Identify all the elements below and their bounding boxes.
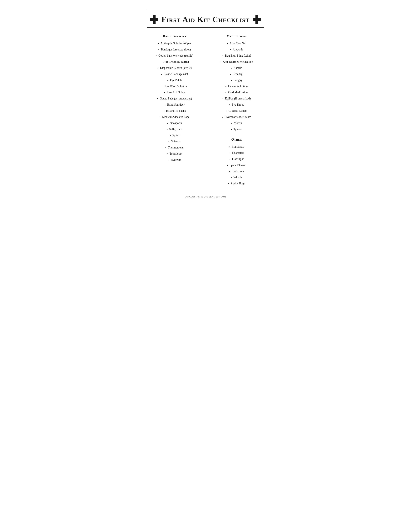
other-list: •Bug Spray•Chapstick•Flashlight•Space Bl… <box>209 145 264 186</box>
list-item: •Elastic Bandage (3") <box>147 72 202 76</box>
bullet-icon: • <box>222 115 223 119</box>
item-label: Antiseptic Solution/Wipes <box>160 41 191 46</box>
page-title: First Aid Kit Checklist <box>161 15 250 24</box>
item-label: Bandages (assorted sizes) <box>161 48 191 52</box>
bullet-icon: • <box>157 96 158 101</box>
list-item: •Cold Medication <box>209 90 264 95</box>
item-label: Eye Drops <box>232 103 244 107</box>
bullet-icon: • <box>230 72 231 76</box>
item-label: Tourniquet <box>169 152 182 156</box>
bottom-divider <box>147 27 264 28</box>
bullet-icon: • <box>164 103 166 107</box>
item-label: Ziploc Bags <box>231 181 245 186</box>
item-label: Eye Patch <box>170 78 182 82</box>
item-label: Scissors <box>171 139 181 143</box>
item-label: EpiPen (if prescribed) <box>225 96 251 101</box>
basic-supplies-heading: Basic Supplies <box>147 34 202 38</box>
list-item: •Tylenol <box>209 127 264 132</box>
bullet-icon: • <box>226 109 227 113</box>
bullet-icon: • <box>167 127 168 132</box>
list-item: •Space Blanket <box>209 163 264 168</box>
bullet-icon: • <box>231 127 232 132</box>
list-item: •Gauze Pads (assorted sizes) <box>147 96 202 101</box>
item-label: Tylenol <box>234 127 243 131</box>
bullet-icon: • <box>229 157 231 162</box>
list-item: •Bug Bite/ Sting Relief <box>209 54 264 58</box>
list-item: •Anti-Diarrhea Medication <box>209 60 264 64</box>
list-item: •Bug Spray <box>209 145 264 149</box>
list-item: •Ziploc Bags <box>209 181 264 186</box>
bullet-icon: • <box>228 181 229 186</box>
item-label: Tweezers <box>170 158 181 162</box>
bullet-icon: • <box>231 66 232 70</box>
bullet-icon: • <box>167 152 168 156</box>
list-item: •Hydrocortisone Cream <box>209 115 264 119</box>
item-label: Aspirin <box>234 66 242 70</box>
basic-supplies-list: •Antiseptic Solution/Wipes•Bandages (ass… <box>147 41 202 162</box>
item-label: Benadryl <box>233 72 243 76</box>
list-item: •Thermometer <box>147 146 202 150</box>
item-label: Calamine Lotion <box>228 84 248 88</box>
bullet-icon: • <box>169 133 171 138</box>
bullet-icon: • <box>229 103 230 107</box>
bullet-icon: • <box>168 139 169 144</box>
list-item: •Neosporin <box>147 121 202 126</box>
item-label: Anti-Diarrhea Medication <box>223 60 253 64</box>
bullet-icon: • <box>230 48 231 52</box>
bullet-icon: • <box>225 84 226 89</box>
bullet-icon: • <box>229 151 231 155</box>
bullet-icon: • <box>231 78 232 83</box>
item-label: Sunscreen <box>232 169 244 173</box>
item-label: Eye Wash Solution <box>165 84 187 88</box>
bullet-icon: • <box>220 60 221 64</box>
item-label: Aloe Vera Gel <box>230 41 246 46</box>
item-label: Thermometer <box>168 146 184 150</box>
bullet-icon: • <box>167 121 168 126</box>
list-item: •Hand Sanitizer <box>147 103 202 107</box>
list-item: •Sunscreen <box>209 169 264 174</box>
list-item: •Eye Patch <box>147 78 202 83</box>
content-area: Basic Supplies •Antiseptic Solution/Wipe… <box>147 34 264 188</box>
bullet-icon: • <box>229 145 230 149</box>
item-label: Antacids <box>233 48 243 52</box>
list-item: •Disposable Gloves (sterile) <box>147 66 202 70</box>
item-label: Elastic Bandage (3") <box>164 72 188 76</box>
list-item: •Aloe Vera Gel <box>209 41 264 46</box>
list-item: •Chapstick <box>209 151 264 155</box>
item-label: Chapstick <box>232 151 244 155</box>
bullet-icon: • <box>227 163 228 168</box>
list-item: •CPR Breathing Barrier <box>147 60 202 64</box>
list-item: •Flashlight <box>209 157 264 162</box>
bullet-icon: • <box>168 158 169 162</box>
item-label: Saftey Pins <box>169 127 182 131</box>
item-label: Instant Ice Packs <box>166 109 186 113</box>
website-url: WWW.MYHOTSOUTHERNMESS.COM <box>185 196 226 198</box>
item-label: Hand Sanitizer <box>167 103 184 107</box>
bullet-icon: • <box>165 146 166 150</box>
bullet-icon: • <box>158 41 159 46</box>
list-item: •Antiseptic Solution/Wipes <box>147 41 202 46</box>
list-item: •Scissors <box>147 139 202 144</box>
list-item: •Saftey Pins <box>147 127 202 132</box>
item-label: Neosporin <box>170 121 182 125</box>
list-item: •Glucose Tablets <box>209 109 264 113</box>
medications-list: •Aloe Vera Gel•Antacids•Bug Bite/ Sting … <box>209 41 264 132</box>
page-header: First Aid Kit Checklist <box>147 15 264 24</box>
bullet-icon: • <box>160 60 161 64</box>
list-item: •Bandages (assorted sizes) <box>147 48 202 52</box>
list-item: •Motrin <box>209 121 264 126</box>
list-item: •Instant Ice Packs <box>147 109 202 113</box>
item-label: Bug Bite/ Sting Relief <box>225 54 251 58</box>
bullet-icon: • <box>156 54 157 58</box>
bullet-icon: • <box>225 90 226 95</box>
list-item: •Aspirin <box>209 66 264 70</box>
list-item: •Splint <box>147 133 202 138</box>
list-item: •Calamine Lotion <box>209 84 264 89</box>
item-label: Splint <box>172 133 179 137</box>
item-label: Bug Spray <box>232 145 244 149</box>
item-label: Hydrocortisone Cream <box>225 115 251 119</box>
list-item: •Cotton balls or swabs (sterile) <box>147 54 202 58</box>
item-label: CPR Breathing Barrier <box>163 60 189 64</box>
item-label: Disposable Gloves (sterile) <box>160 66 192 70</box>
medications-heading: Medications <box>209 34 264 38</box>
